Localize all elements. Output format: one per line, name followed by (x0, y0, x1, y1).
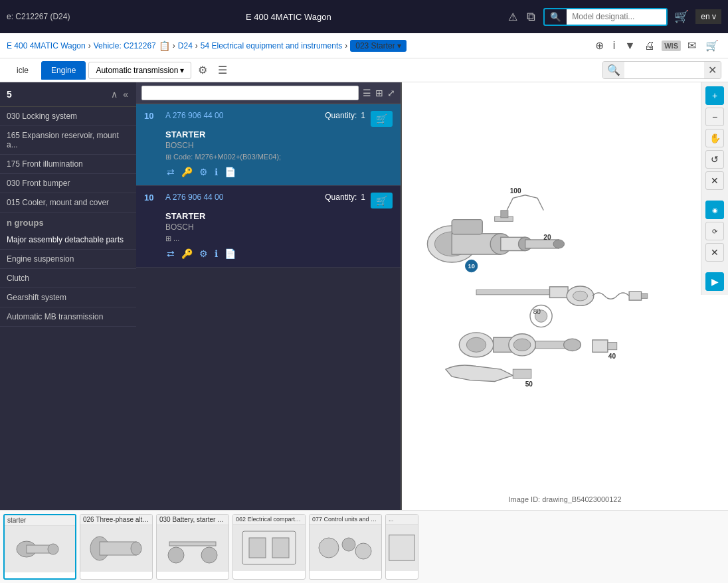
model-search: 🔍 (543, 8, 668, 26)
tab-settings-icon[interactable]: ⚙ (194, 62, 211, 78)
sidebar-item-2[interactable]: 175 Front illumination (0, 155, 136, 174)
svg-point-44 (201, 547, 217, 563)
tab-search-input[interactable] (624, 64, 704, 77)
parts-expand-icon[interactable]: ⤢ (387, 88, 395, 98)
zoom-in-icon[interactable]: ⊕ (592, 38, 606, 53)
info-icon-0[interactable]: ℹ (213, 165, 219, 179)
svg-rect-22 (629, 292, 641, 301)
parts-grid-icon[interactable]: ⊞ (375, 88, 383, 98)
add-to-cart-1[interactable]: 🛒 (371, 193, 393, 208)
sidebar-group-0[interactable]: Major assembly detachable parts (0, 230, 136, 250)
cart-icon[interactable]: 🛒 (674, 9, 689, 24)
print-icon[interactable]: 🖨 (642, 39, 658, 53)
svg-point-41 (131, 542, 141, 555)
tab-search-close[interactable]: ✕ (704, 62, 721, 78)
tab-bar: icle Engine Automatic transmission ▾ ⚙ ☰… (0, 58, 728, 82)
thumbnail-3[interactable]: 062 Electrical compartment in front pass… (232, 514, 306, 580)
svg-text:50: 50 (525, 380, 533, 388)
main-content: 5 ∧ « 030 Locking system 165 Expansion r… (0, 82, 728, 510)
settings-icon-1[interactable]: ⚙ (198, 247, 209, 260)
add-to-cart-0[interactable]: 🛒 (371, 111, 393, 127)
diagram-zoom-out[interactable]: − (705, 108, 724, 126)
parts-list-icon[interactable]: ☰ (363, 88, 371, 98)
svg-point-49 (342, 538, 355, 551)
thumbnail-1[interactable]: 026 Three-phase alternator ✎ (80, 514, 153, 580)
svg-rect-32 (592, 340, 608, 352)
sidebar-number: 5 (7, 89, 12, 100)
doc-icon-1[interactable]: 📄 (223, 247, 237, 260)
svg-point-50 (355, 543, 371, 559)
replace-icon-1[interactable]: ⇄ (165, 247, 176, 260)
tab-engine[interactable]: Engine (41, 61, 86, 80)
tab-automatic-transmission[interactable]: Automatic transmission ▾ (88, 62, 191, 79)
sidebar-group-2[interactable]: Clutch (0, 269, 136, 288)
wis-icon[interactable]: WIS (662, 41, 681, 51)
svg-rect-19 (549, 287, 568, 298)
diagram-extra-2[interactable]: ⟳ (705, 222, 724, 240)
thumbnail-5[interactable]: ... (385, 514, 418, 580)
diagram-close[interactable]: ✕ (705, 171, 724, 190)
svg-point-25 (466, 338, 486, 353)
model-search-input[interactable] (567, 9, 666, 24)
svg-rect-18 (476, 290, 549, 295)
grid-icon-0: ⊞ (165, 153, 171, 161)
sidebar-item-3[interactable]: 030 Front bumper (0, 174, 136, 193)
sidebar-group-3[interactable]: Gearshift system (0, 288, 136, 307)
sidebar-item-1[interactable]: 165 Expansion reservoir, mount a... (0, 126, 136, 155)
breadcrumb-link-2[interactable]: D24 (178, 41, 193, 50)
warning-icon[interactable]: ⚠ (507, 9, 519, 25)
sidebar-group-4[interactable]: Automatic MB transmission (0, 307, 136, 327)
parts-search-input[interactable] (141, 86, 359, 100)
diagram-extra-3[interactable]: ✕ (705, 243, 724, 262)
tab-vehicle[interactable]: icle (7, 61, 39, 80)
diagram-hand-tool[interactable]: ✋ (705, 129, 724, 147)
part-pos-1: 10 (144, 193, 160, 203)
diagram-rotate[interactable]: ↺ (705, 150, 724, 169)
key-icon-1[interactable]: 🔑 (180, 247, 194, 260)
diagram-extra-1[interactable]: ◉ (705, 201, 724, 219)
cart2-icon[interactable]: 🛒 (703, 38, 721, 53)
doc-icon-0[interactable]: 📄 (223, 165, 237, 179)
part-qty-1: Quantity: 1 (325, 193, 365, 202)
part-row-0[interactable]: 10 A 276 906 44 00 Quantity: 1 🛒 STARTER… (136, 104, 401, 186)
thumbnail-4[interactable]: 077 Control units and relays in... ✎ (309, 514, 382, 580)
diagram-zoom-in[interactable]: + (705, 86, 724, 105)
copy-icon[interactable]: ⧉ (525, 9, 537, 25)
diagram-nav-icon[interactable]: ▶ (705, 272, 724, 291)
part-actions-0: ⇄ 🔑 ⚙ ℹ 📄 (165, 165, 393, 179)
sidebar-item-0[interactable]: 030 Locking system (0, 107, 136, 126)
sidebar-collapse-icon[interactable]: « (122, 88, 130, 101)
filter-icon[interactable]: ▼ (622, 39, 638, 53)
breadcrumb-icons: ⊕ i ▼ 🖨 WIS ✉ 🛒 (592, 38, 721, 53)
thumbnail-label-2: 030 Battery, starter and alternator line… (157, 515, 228, 525)
thumbnail-0[interactable]: starter (3, 514, 76, 580)
sidebar-group-1[interactable]: Engine suspension (0, 250, 136, 269)
search-icon[interactable]: 🔍 (545, 9, 567, 25)
part-actions-1: ⇄ 🔑 ⚙ ℹ 📄 (165, 247, 393, 260)
tab-list-icon[interactable]: ☰ (214, 62, 231, 78)
info-icon[interactable]: i (610, 39, 618, 53)
info-icon-1[interactable]: ℹ (213, 247, 219, 260)
key-icon-0[interactable]: 🔑 (180, 165, 194, 179)
quantity-label-1: Quantity: (325, 193, 357, 202)
breadcrumb-link-1[interactable]: Vehicle: C212267 (94, 41, 156, 50)
thumbnail-2[interactable]: 030 Battery, starter and alternator line… (156, 514, 229, 580)
lang-selector[interactable]: en v (695, 9, 721, 24)
part-row-1[interactable]: 10 A 276 906 44 00 Quantity: 1 🛒 STARTER… (136, 186, 401, 268)
thumbnail-img-0 (5, 526, 75, 572)
mail-icon[interactable]: ✉ (685, 38, 699, 53)
thumbnail-img-1 (80, 525, 152, 572)
sidebar-item-4[interactable]: 015 Cooler, mount and cover (0, 193, 136, 212)
parts-toolbar: ☰ ⊞ ⤢ (136, 82, 401, 104)
svg-point-38 (48, 544, 58, 554)
tab-auto-label: Automatic transmission (96, 66, 178, 75)
replace-icon-0[interactable]: ⇄ (165, 165, 176, 179)
settings-icon-0[interactable]: ⚙ (198, 165, 209, 179)
diagram-right-toolbar: + − ✋ ↺ ✕ ◉ ⟳ ✕ ▶ (701, 82, 728, 295)
svg-rect-35 (513, 369, 531, 378)
breadcrumb-current[interactable]: 023 Starter ▾ (350, 40, 406, 52)
breadcrumb-link-3[interactable]: 54 Electrical equipment and instruments (201, 41, 342, 50)
tab-search-icon[interactable]: 🔍 (603, 62, 624, 78)
breadcrumb-link-0[interactable]: E 400 4MATIC Wagon (7, 41, 86, 50)
sidebar-minimize-icon[interactable]: ∧ (110, 88, 119, 101)
